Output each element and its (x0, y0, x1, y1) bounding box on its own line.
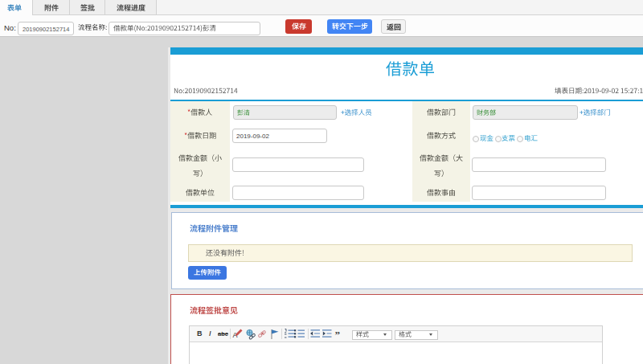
svg-text:”: ” (335, 329, 341, 341)
